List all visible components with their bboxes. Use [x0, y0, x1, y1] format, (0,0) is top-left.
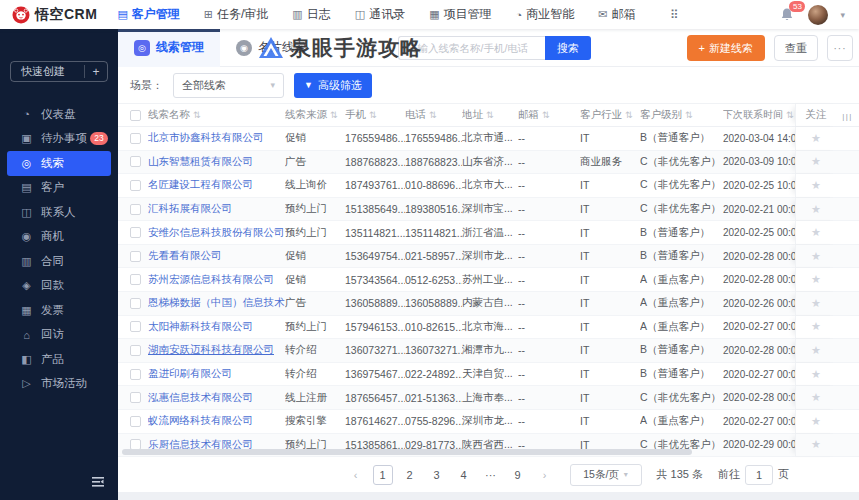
topnav-item-任务/审批[interactable]: ⊞任务/审批 — [204, 6, 269, 23]
follow-star-icon[interactable]: ★ — [811, 155, 821, 168]
sidebar-item-线索[interactable]: ◎线索 — [7, 151, 111, 176]
table-row[interactable]: 汇科拓展有限公司预约上门151385649...189380516...深圳市宝… — [118, 198, 859, 222]
table-row[interactable]: 恩梯梯数据（中国）信息技术...广告136058889...136058889.… — [118, 292, 859, 316]
lead-name-link[interactable]: 汇科拓展有限公司 — [148, 202, 232, 214]
lead-name-link[interactable]: 先看看有限公司 — [148, 249, 222, 261]
table-row[interactable]: 先看看有限公司促销153649754...021-58957...深圳市龙...… — [118, 245, 859, 269]
advanced-filter-button[interactable]: ▼ 高级筛选 — [294, 73, 372, 98]
row-checkbox[interactable] — [130, 321, 141, 332]
quick-create-plus-icon[interactable]: + — [85, 65, 107, 79]
scene-select[interactable]: 全部线索 ▾ — [173, 73, 284, 98]
sort-icon[interactable]: ⇅ — [542, 110, 550, 120]
row-checkbox[interactable] — [130, 274, 141, 285]
sidebar-item-市场活动[interactable]: ▷市场活动 — [0, 372, 118, 397]
lead-name-link[interactable]: 北京市协鑫科技有限公司 — [148, 131, 264, 143]
lead-name-link[interactable]: 蚁流网络科技有限公司 — [148, 414, 253, 426]
row-checkbox[interactable] — [130, 345, 141, 356]
column-header-手机[interactable]: 手机⇅ — [345, 108, 405, 122]
follow-star-icon[interactable]: ★ — [811, 250, 821, 263]
lead-name-link[interactable]: 盈进印刷有限公司 — [148, 367, 232, 379]
sidebar-item-回访[interactable]: ⌂回访 — [0, 323, 118, 348]
column-header-地址[interactable]: 地址⇅ — [462, 108, 518, 122]
topnav-item-通讯录[interactable]: ◫通讯录 — [355, 6, 405, 23]
row-checkbox[interactable] — [130, 369, 141, 380]
sidebar-item-联系人[interactable]: ◫联系人 — [0, 200, 118, 225]
search-button[interactable]: 搜索 — [545, 36, 591, 60]
topnav-item-邮箱[interactable]: ✉邮箱 — [598, 6, 635, 23]
sidebar-collapse-button[interactable] — [90, 474, 106, 492]
user-menu-caret-icon[interactable]: ▾ — [840, 10, 845, 20]
search-input[interactable] — [398, 36, 545, 60]
column-header-线索来源[interactable]: 线索来源⇅ — [285, 108, 345, 122]
more-actions-button[interactable]: ··· — [827, 35, 853, 61]
table-row[interactable]: 泓惠信息技术有限公司线上注册187656457...021-51363...上海… — [118, 386, 859, 410]
apps-grid-icon[interactable]: ⠿ — [670, 8, 679, 22]
follow-star-icon[interactable]: ★ — [811, 203, 821, 216]
table-row[interactable]: 苏州宏源信息科技有限公司促销157343564...0512-6253...苏州… — [118, 268, 859, 292]
sidebar-item-仪表盘[interactable]: ◔仪表盘 — [0, 102, 118, 127]
sidebar-item-商机[interactable]: ◉商机 — [0, 225, 118, 250]
follow-star-icon[interactable]: ★ — [811, 297, 821, 310]
sidebar-item-待办事项[interactable]: ▣待办事项23 — [0, 127, 118, 152]
row-checkbox[interactable] — [130, 204, 141, 215]
lead-name-link[interactable]: 苏州宏源信息科技有限公司 — [148, 273, 274, 285]
app-logo[interactable]: 悟空CRM — [0, 6, 107, 24]
page-size-select[interactable]: 15条/页 ▾ — [570, 464, 642, 486]
follow-star-icon[interactable]: ★ — [811, 415, 821, 428]
sort-icon[interactable]: ⇅ — [486, 110, 494, 120]
goto-page-input[interactable] — [745, 465, 773, 485]
tab-business-card-leads[interactable]: ◉ 名片线索 — [220, 29, 322, 67]
row-checkbox[interactable] — [130, 392, 141, 403]
notification-bell[interactable]: 53 — [780, 7, 796, 23]
sidebar-item-合同[interactable]: ▥合同 — [0, 249, 118, 274]
topnav-item-客户管理[interactable]: ▤客户管理 — [117, 6, 179, 23]
row-checkbox[interactable] — [130, 227, 141, 238]
page-button-2[interactable]: 2 — [400, 465, 420, 485]
follow-star-icon[interactable]: ★ — [811, 368, 821, 381]
topnav-item-项目管理[interactable]: ▦项目管理 — [429, 6, 491, 23]
sort-icon[interactable]: ⇅ — [625, 110, 633, 120]
column-header-电话[interactable]: 电话⇅ — [405, 108, 462, 122]
table-row[interactable]: 太阳神新科技有限公司预约上门157946153...010-82615...北京… — [118, 316, 859, 340]
dedupe-button[interactable]: 查重 — [774, 35, 818, 61]
sort-icon[interactable]: ⇅ — [330, 110, 338, 120]
row-checkbox[interactable] — [130, 156, 141, 167]
page-button-9[interactable]: 9 — [508, 465, 528, 485]
column-header-邮箱[interactable]: 邮箱⇅ — [518, 108, 580, 122]
sort-icon[interactable]: ⇅ — [786, 110, 794, 120]
table-row[interactable]: 盈进印刷有限公司转介绍136975467...022-24892...天津自贸.… — [118, 363, 859, 387]
quick-create-button[interactable]: 快速创建 + — [10, 61, 108, 82]
follow-star-icon[interactable]: ★ — [811, 391, 821, 404]
select-all-checkbox[interactable] — [130, 110, 141, 121]
sidebar-item-回款[interactable]: ◈回款 — [0, 274, 118, 299]
prev-page-button[interactable]: ‹ — [346, 465, 366, 485]
lead-name-link[interactable]: 山东智慧租赁有限公司 — [148, 155, 253, 167]
follow-star-icon[interactable]: ★ — [811, 132, 821, 145]
tab-lead-management[interactable]: ◎ 线索管理 — [118, 29, 220, 67]
follow-star-icon[interactable]: ★ — [811, 344, 821, 357]
page-button-4[interactable]: 4 — [454, 465, 474, 485]
table-row[interactable]: 蚁流网络科技有限公司搜索引擎187614627...0755-8296...深圳… — [118, 410, 859, 434]
page-button-1[interactable]: 1 — [373, 465, 393, 485]
lead-name-link[interactable]: 泓惠信息技术有限公司 — [148, 391, 253, 403]
row-checkbox[interactable] — [130, 251, 141, 262]
table-row[interactable]: 名匠建设工程有限公司线上询价187493761...010-88696...北京… — [118, 174, 859, 198]
topnav-item-日志[interactable]: ▥日志 — [292, 6, 330, 23]
sort-icon[interactable]: ⇅ — [193, 110, 201, 120]
new-lead-button[interactable]: + 新建线索 — [687, 35, 765, 61]
sidebar-item-发票[interactable]: ▦发票 — [0, 298, 118, 323]
sort-icon[interactable]: ⇅ — [685, 110, 693, 120]
sort-icon[interactable]: ⇅ — [429, 110, 437, 120]
lead-name-link[interactable]: 恩梯梯数据（中国）信息技术... — [148, 296, 285, 308]
horizontal-scrollbar[interactable] — [122, 449, 692, 455]
column-header-客户级别[interactable]: 客户级别⇅ — [640, 108, 723, 122]
follow-star-icon[interactable]: ★ — [811, 226, 821, 239]
table-row[interactable]: 湖南安跃迈科科技有限公司转介绍136073271...136073271...湘… — [118, 339, 859, 363]
lead-name-link[interactable]: 太阳神新科技有限公司 — [148, 320, 253, 332]
topnav-item-商业智能[interactable]: ◔商业智能 — [516, 6, 575, 23]
sidebar-item-产品[interactable]: ◧产品 — [0, 347, 118, 372]
row-checkbox[interactable] — [130, 180, 141, 191]
row-checkbox[interactable] — [130, 133, 141, 144]
column-header-关注[interactable]: 关注 — [795, 104, 840, 126]
column-header-线索名称[interactable]: 线索名称⇅ — [148, 108, 285, 122]
